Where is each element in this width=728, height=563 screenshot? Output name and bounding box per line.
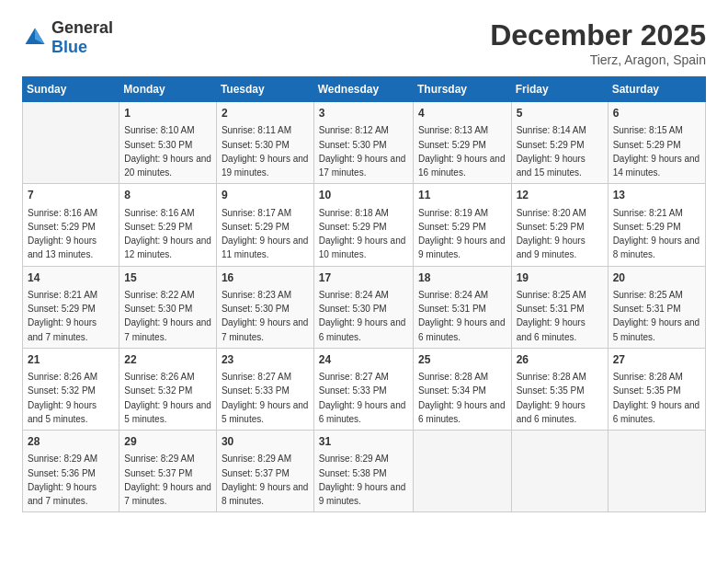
day-number: 19 (517, 270, 603, 286)
calendar-cell: 2Sunrise: 8:11 AMSunset: 5:30 PMDaylight… (216, 102, 313, 184)
day-info: Sunrise: 8:11 AMSunset: 5:30 PMDaylight:… (222, 125, 309, 178)
weekday-header: Wednesday (313, 77, 413, 102)
calendar-cell: 24Sunrise: 8:27 AMSunset: 5:33 PMDayligh… (313, 348, 413, 430)
calendar-cell: 11Sunrise: 8:19 AMSunset: 5:29 PMDayligh… (413, 184, 511, 266)
day-info: Sunrise: 8:27 AMSunset: 5:33 PMDaylight:… (222, 372, 309, 424)
day-info: Sunrise: 8:29 AMSunset: 5:38 PMDaylight:… (319, 454, 406, 506)
day-info: Sunrise: 8:25 AMSunset: 5:31 PMDaylight:… (613, 290, 700, 342)
calendar-cell: 28Sunrise: 8:29 AMSunset: 5:36 PMDayligh… (23, 431, 119, 512)
day-info: Sunrise: 8:16 AMSunset: 5:29 PMDaylight:… (124, 208, 211, 260)
day-info: Sunrise: 8:28 AMSunset: 5:35 PMDaylight:… (613, 372, 700, 424)
weekday-header: Thursday (413, 77, 511, 102)
day-number: 28 (28, 434, 114, 450)
day-number: 25 (418, 352, 506, 368)
logo-general: General (51, 18, 113, 37)
weekday-header-row: SundayMondayTuesdayWednesdayThursdayFrid… (23, 77, 706, 102)
day-number: 23 (222, 352, 309, 368)
calendar-cell (608, 431, 705, 512)
calendar-cell: 30Sunrise: 8:29 AMSunset: 5:37 PMDayligh… (216, 431, 313, 512)
day-info: Sunrise: 8:29 AMSunset: 5:37 PMDaylight:… (222, 454, 309, 506)
day-info: Sunrise: 8:29 AMSunset: 5:36 PMDaylight:… (28, 454, 97, 506)
calendar-cell: 31Sunrise: 8:29 AMSunset: 5:38 PMDayligh… (313, 431, 413, 512)
day-info: Sunrise: 8:24 AMSunset: 5:31 PMDaylight:… (418, 290, 506, 342)
calendar-cell: 20Sunrise: 8:25 AMSunset: 5:31 PMDayligh… (608, 266, 705, 348)
day-number: 26 (517, 352, 603, 368)
logo-icon (22, 25, 48, 51)
calendar-week-row: 21Sunrise: 8:26 AMSunset: 5:32 PMDayligh… (23, 348, 706, 430)
calendar-cell: 10Sunrise: 8:18 AMSunset: 5:29 PMDayligh… (313, 184, 413, 266)
day-number: 31 (319, 434, 408, 450)
calendar-cell: 8Sunrise: 8:16 AMSunset: 5:29 PMDaylight… (119, 184, 217, 266)
calendar-cell: 15Sunrise: 8:22 AMSunset: 5:30 PMDayligh… (119, 266, 217, 348)
logo: General Blue (22, 18, 113, 57)
calendar-cell (23, 102, 119, 184)
weekday-header: Saturday (608, 77, 705, 102)
day-info: Sunrise: 8:26 AMSunset: 5:32 PMDaylight:… (28, 372, 97, 424)
calendar-cell: 13Sunrise: 8:21 AMSunset: 5:29 PMDayligh… (608, 184, 705, 266)
calendar-week-row: 28Sunrise: 8:29 AMSunset: 5:36 PMDayligh… (23, 431, 706, 512)
day-info: Sunrise: 8:28 AMSunset: 5:34 PMDaylight:… (418, 372, 506, 424)
day-number: 18 (418, 270, 506, 286)
day-info: Sunrise: 8:27 AMSunset: 5:33 PMDaylight:… (319, 372, 406, 424)
weekday-header: Monday (119, 77, 217, 102)
day-info: Sunrise: 8:22 AMSunset: 5:30 PMDaylight:… (124, 290, 211, 342)
calendar-cell: 18Sunrise: 8:24 AMSunset: 5:31 PMDayligh… (413, 266, 511, 348)
calendar-cell: 19Sunrise: 8:25 AMSunset: 5:31 PMDayligh… (511, 266, 608, 348)
calendar-cell: 1Sunrise: 8:10 AMSunset: 5:30 PMDaylight… (119, 102, 217, 184)
calendar-week-row: 1Sunrise: 8:10 AMSunset: 5:30 PMDaylight… (23, 102, 706, 184)
day-info: Sunrise: 8:12 AMSunset: 5:30 PMDaylight:… (319, 125, 406, 178)
day-info: Sunrise: 8:25 AMSunset: 5:31 PMDaylight:… (517, 290, 586, 342)
day-info: Sunrise: 8:16 AMSunset: 5:29 PMDaylight:… (28, 208, 97, 260)
calendar-cell: 22Sunrise: 8:26 AMSunset: 5:32 PMDayligh… (119, 348, 217, 430)
page-header: General Blue December 2025 Tierz, Aragon… (22, 18, 706, 67)
calendar-cell: 26Sunrise: 8:28 AMSunset: 5:35 PMDayligh… (511, 348, 608, 430)
day-info: Sunrise: 8:13 AMSunset: 5:29 PMDaylight:… (418, 125, 506, 178)
day-number: 4 (418, 106, 506, 121)
day-number: 6 (613, 106, 700, 121)
calendar-cell: 21Sunrise: 8:26 AMSunset: 5:32 PMDayligh… (23, 348, 119, 430)
day-number: 21 (28, 352, 114, 368)
day-info: Sunrise: 8:21 AMSunset: 5:29 PMDaylight:… (613, 208, 700, 260)
day-number: 9 (222, 188, 309, 203)
weekday-header: Sunday (23, 77, 119, 102)
day-info: Sunrise: 8:10 AMSunset: 5:30 PMDaylight:… (124, 125, 211, 178)
calendar-cell: 7Sunrise: 8:16 AMSunset: 5:29 PMDaylight… (23, 184, 119, 266)
day-info: Sunrise: 8:23 AMSunset: 5:30 PMDaylight:… (222, 290, 309, 342)
calendar-cell: 3Sunrise: 8:12 AMSunset: 5:30 PMDaylight… (313, 102, 413, 184)
calendar-cell: 9Sunrise: 8:17 AMSunset: 5:29 PMDaylight… (216, 184, 313, 266)
day-number: 13 (613, 188, 700, 203)
day-number: 2 (222, 106, 309, 121)
day-number: 24 (319, 352, 408, 368)
day-info: Sunrise: 8:17 AMSunset: 5:29 PMDaylight:… (222, 208, 309, 260)
day-number: 8 (124, 188, 211, 203)
day-info: Sunrise: 8:26 AMSunset: 5:32 PMDaylight:… (124, 372, 211, 424)
calendar-table: SundayMondayTuesdayWednesdayThursdayFrid… (22, 76, 706, 512)
day-number: 11 (418, 188, 506, 203)
calendar-cell (413, 431, 511, 512)
calendar-cell: 6Sunrise: 8:15 AMSunset: 5:29 PMDaylight… (608, 102, 705, 184)
day-info: Sunrise: 8:14 AMSunset: 5:29 PMDaylight:… (517, 125, 586, 178)
logo-text: General Blue (51, 18, 113, 57)
calendar-cell: 14Sunrise: 8:21 AMSunset: 5:29 PMDayligh… (23, 266, 119, 348)
day-info: Sunrise: 8:20 AMSunset: 5:29 PMDaylight:… (517, 208, 586, 260)
day-info: Sunrise: 8:15 AMSunset: 5:29 PMDaylight:… (613, 125, 700, 178)
day-number: 14 (28, 270, 114, 286)
day-info: Sunrise: 8:21 AMSunset: 5:29 PMDaylight:… (28, 290, 97, 342)
day-number: 1 (124, 106, 211, 121)
calendar-cell: 17Sunrise: 8:24 AMSunset: 5:30 PMDayligh… (313, 266, 413, 348)
calendar-cell: 25Sunrise: 8:28 AMSunset: 5:34 PMDayligh… (413, 348, 511, 430)
day-number: 30 (222, 434, 309, 450)
weekday-header: Tuesday (216, 77, 313, 102)
day-info: Sunrise: 8:28 AMSunset: 5:35 PMDaylight:… (517, 372, 586, 424)
day-number: 27 (613, 352, 700, 368)
day-number: 20 (613, 270, 700, 286)
weekday-header: Friday (511, 77, 608, 102)
day-number: 22 (124, 352, 211, 368)
title-block: December 2025 Tierz, Aragon, Spain (490, 18, 706, 67)
day-info: Sunrise: 8:19 AMSunset: 5:29 PMDaylight:… (418, 208, 506, 260)
calendar-cell: 27Sunrise: 8:28 AMSunset: 5:35 PMDayligh… (608, 348, 705, 430)
day-number: 15 (124, 270, 211, 286)
calendar-cell: 29Sunrise: 8:29 AMSunset: 5:37 PMDayligh… (119, 431, 217, 512)
day-number: 29 (124, 434, 211, 450)
calendar-cell: 16Sunrise: 8:23 AMSunset: 5:30 PMDayligh… (216, 266, 313, 348)
